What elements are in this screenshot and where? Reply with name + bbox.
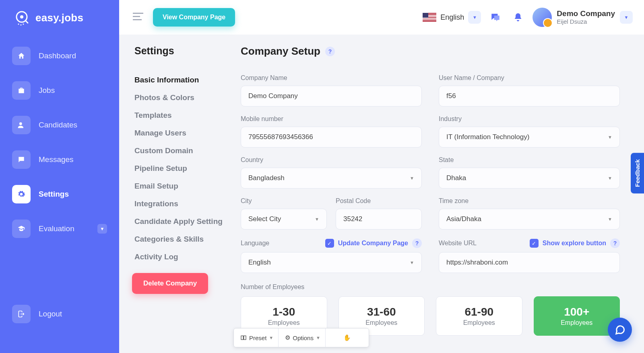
settings-item-manage-users[interactable]: Manage Users xyxy=(132,124,237,142)
chevron-down-icon[interactable]: ▼ xyxy=(620,11,633,24)
nav-jobs[interactable]: Jobs xyxy=(8,76,111,105)
city-select[interactable]: Select City▼ xyxy=(241,209,327,230)
country-select[interactable]: Bangladesh▼ xyxy=(241,168,422,189)
brand-logo[interactable]: easy.jobs xyxy=(8,9,111,27)
chevron-down-icon[interactable]: ▼ xyxy=(468,11,481,24)
menu-toggle-icon[interactable] xyxy=(130,10,146,25)
settings-item-templates[interactable]: Templates xyxy=(132,107,237,124)
nav-settings[interactable]: Settings xyxy=(8,179,111,209)
user-menu[interactable]: Demo Company Eijel Dsuza ▼ xyxy=(533,8,633,27)
svg-line-2 xyxy=(25,21,28,23)
nav-list: Dashboard Jobs Candidates Messages Setti… xyxy=(8,41,111,244)
svg-point-1 xyxy=(20,15,23,18)
briefcase-icon xyxy=(12,81,31,100)
label-user-name: User Name / Company xyxy=(439,74,620,82)
company-setup-form: Company Setup ? Company Name Demo Compan… xyxy=(241,45,640,353)
industry-select[interactable]: IT (Information Technology)▼ xyxy=(439,127,620,148)
chevron-down-icon: ▼ xyxy=(315,217,319,222)
topbar: View Company Page English ▼ Demo Company… xyxy=(119,0,644,35)
settings-heading: Settings xyxy=(132,45,237,57)
settings-item-activity-log[interactable]: Activity Log xyxy=(132,248,237,266)
notifications-icon[interactable] xyxy=(510,9,526,25)
svg-point-3 xyxy=(18,24,19,25)
website-input[interactable]: https://shraboni.com xyxy=(439,252,620,273)
label-industry: Industry xyxy=(439,115,620,123)
chevron-down-icon: ▼ xyxy=(608,176,612,181)
settings-item-pipeline[interactable]: Pipeline Setup xyxy=(132,160,237,177)
label-company-name: Company Name xyxy=(241,74,422,82)
logo-icon xyxy=(13,9,31,27)
timezone-select[interactable]: Asia/Dhaka▼ xyxy=(439,209,620,230)
logout-icon xyxy=(12,305,31,323)
help-icon[interactable]: ? xyxy=(412,238,422,248)
nav-dashboard[interactable]: Dashboard xyxy=(8,41,111,71)
page-title: Company Setup xyxy=(241,45,320,57)
user-name-label: Eijel Dsuza xyxy=(557,18,615,25)
help-icon[interactable]: ? xyxy=(610,238,620,248)
settings-item-email[interactable]: Email Setup xyxy=(132,177,237,195)
label-state: State xyxy=(439,156,620,164)
feedback-tab[interactable]: Feedback xyxy=(631,153,644,193)
options-dropdown[interactable]: ⚙ Options ▼ xyxy=(280,328,326,347)
label-language: Language xyxy=(241,240,269,247)
chat-icon xyxy=(12,150,31,169)
cap-icon xyxy=(12,220,31,238)
chevron-down-icon: ▼ xyxy=(608,217,612,222)
svg-rect-11 xyxy=(244,336,246,339)
preset-dropdown[interactable]: Preset ▼ xyxy=(235,328,279,347)
users-icon xyxy=(12,116,31,134)
label-postal: Postal Code xyxy=(336,197,422,205)
svg-point-6 xyxy=(19,122,22,125)
state-select[interactable]: Dhaka▼ xyxy=(439,168,620,189)
user-name-input[interactable]: f56 xyxy=(439,86,620,107)
avatar xyxy=(533,8,552,27)
nav-evaluation[interactable]: Evaluation ▼ xyxy=(8,214,111,244)
label-country: Country xyxy=(241,156,422,164)
hand-tool[interactable]: ✋ xyxy=(327,328,367,347)
label-mobile: Mobile number xyxy=(241,115,422,123)
employees-option-61-90[interactable]: 61-90 Employees xyxy=(436,296,522,336)
company-name-input[interactable]: Demo Company xyxy=(241,86,422,107)
flag-us-icon xyxy=(423,13,436,22)
svg-point-4 xyxy=(21,25,22,26)
settings-item-integrations[interactable]: Integrations xyxy=(132,195,237,213)
chevron-down-icon: ▼ xyxy=(97,224,107,234)
employees-option-100plus[interactable]: 100+ Employees xyxy=(534,296,620,336)
svg-point-5 xyxy=(23,24,24,25)
settings-item-photos[interactable]: Photos & Colors xyxy=(132,89,237,107)
svg-rect-10 xyxy=(241,336,243,339)
chat-fab[interactable] xyxy=(608,318,632,342)
show-explore-checkbox[interactable]: ✓ xyxy=(530,239,539,248)
label-employees: Number of Employees xyxy=(241,283,304,290)
show-explore-label[interactable]: Show explore button xyxy=(543,240,606,247)
postal-input[interactable]: 35242 xyxy=(336,209,422,230)
label-website: Website URL xyxy=(439,240,477,247)
label-timezone: Time zone xyxy=(439,197,620,205)
nav-messages[interactable]: Messages xyxy=(8,145,111,174)
help-icon[interactable]: ? xyxy=(325,47,335,56)
settings-sidebar: Settings Basic Information Photos & Colo… xyxy=(132,45,237,353)
chevron-down-icon: ▼ xyxy=(608,135,612,140)
update-page-label[interactable]: Update Company Page xyxy=(338,240,408,247)
logout-link[interactable]: Logout xyxy=(8,299,111,329)
sidebar: easy.jobs Dashboard Jobs Candidates Mess… xyxy=(0,0,119,353)
messages-icon[interactable] xyxy=(487,9,504,25)
chevron-down-icon: ▼ xyxy=(316,335,320,340)
settings-item-basic-info[interactable]: Basic Information xyxy=(132,71,237,89)
mobile-input[interactable]: 79555687693456366 xyxy=(241,127,422,148)
floating-toolbar: Preset ▼ ⚙ Options ▼ ✋ xyxy=(233,328,369,347)
delete-company-button[interactable]: Delete Company xyxy=(132,273,208,294)
gear-icon xyxy=(12,185,31,203)
settings-item-custom-domain[interactable]: Custom Domain xyxy=(132,142,237,160)
update-page-checkbox[interactable]: ✓ xyxy=(325,239,334,248)
language-selector[interactable]: English ▼ xyxy=(423,11,481,24)
chevron-down-icon: ▼ xyxy=(410,176,414,181)
language-select[interactable]: English▼ xyxy=(241,252,422,273)
settings-item-categories[interactable]: Categories & Skills xyxy=(132,230,237,248)
view-company-button[interactable]: View Company Page xyxy=(153,8,235,27)
home-icon xyxy=(12,47,31,65)
nav-candidates[interactable]: Candidates xyxy=(8,110,111,140)
settings-item-candidate-apply[interactable]: Candidate Apply Setting xyxy=(132,213,237,230)
gear-icon: ⚙ xyxy=(285,334,290,341)
label-city: City xyxy=(241,197,327,205)
